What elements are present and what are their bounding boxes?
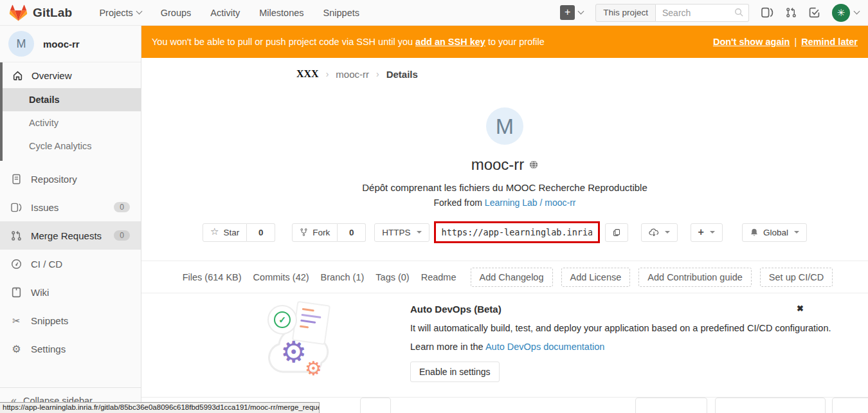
sidebar-item-repository[interactable]: Repository xyxy=(0,165,141,193)
new-menu-button[interactable]: + xyxy=(560,5,583,20)
issues-icon xyxy=(11,202,22,213)
add-dropdown[interactable]: + xyxy=(691,223,723,242)
star-icon: ☆ xyxy=(210,226,219,237)
sidebar-item-merge-requests[interactable]: Merge Requests 0 xyxy=(0,221,141,250)
nav-activity[interactable]: Activity xyxy=(210,8,240,18)
sidebar-item-issues[interactable]: Issues 0 xyxy=(0,193,141,221)
nav-groups[interactable]: Groups xyxy=(161,8,192,18)
sidebar-item-overview[interactable]: Overview xyxy=(0,62,141,88)
fork-count-button[interactable]: 0 xyxy=(338,223,366,242)
add-contribution-guide-button[interactable]: Add Contribution guide xyxy=(638,268,752,287)
banner-text-after: to your profile xyxy=(485,37,545,47)
gear-icon: ⚙ xyxy=(11,344,22,354)
bell-icon xyxy=(750,228,759,237)
main-content: XXX › mooc-rr › Details M mooc-rr Dépôt … xyxy=(141,58,868,413)
project-avatar[interactable]: M xyxy=(8,31,34,57)
fork-button-group: Fork 0 xyxy=(292,223,366,242)
ssh-warning-banner: You won't be able to pull or push projec… xyxy=(141,26,868,58)
gitlab-brand[interactable]: GitLab xyxy=(9,4,72,22)
setup-ci-cd-button[interactable]: Set up CI/CD xyxy=(760,268,833,287)
sidebar-item-details[interactable]: Details xyxy=(0,88,141,111)
forked-from-link[interactable]: Learning Lab / mooc-rr xyxy=(485,197,576,208)
star-label: Star xyxy=(224,228,240,237)
breadcrumb-group[interactable]: XXX xyxy=(296,68,319,80)
partial-button[interactable] xyxy=(635,398,707,413)
notification-level-label: Global xyxy=(763,228,788,237)
fork-button[interactable]: Fork xyxy=(292,223,338,242)
caret-down-icon xyxy=(417,231,422,234)
tab-readme[interactable]: Readme xyxy=(415,272,462,282)
notification-setting-dropdown[interactable]: Global xyxy=(742,223,807,242)
todos-icon[interactable] xyxy=(809,7,820,18)
auto-devops-text: Auto DevOps (Beta) It will automatically… xyxy=(410,300,831,397)
clone-url-input[interactable] xyxy=(436,223,598,241)
search-scope-label: This project xyxy=(595,4,656,22)
brand-name: GitLab xyxy=(33,6,72,20)
sidebar-wiki-label: Wiki xyxy=(31,287,49,298)
star-button[interactable]: ☆ Star xyxy=(203,223,247,242)
breadcrumb-page[interactable]: Details xyxy=(386,69,418,80)
remind-later-link[interactable]: Remind later xyxy=(801,37,858,47)
nav-projects[interactable]: Projects xyxy=(99,8,141,18)
forked-from-line: Forked from Learning Lab / mooc-rr xyxy=(141,197,868,208)
chevron-down-icon xyxy=(136,8,142,15)
sidebar-item-settings[interactable]: ⚙ Settings xyxy=(0,335,141,363)
project-title: mooc-rr xyxy=(471,156,525,174)
breadcrumb-project[interactable]: mooc-rr xyxy=(336,69,369,80)
merge-requests-icon[interactable] xyxy=(786,7,797,18)
fork-icon xyxy=(300,228,308,237)
add-ssh-key-link[interactable]: add an SSH key xyxy=(415,37,485,47)
nav-snippets[interactable]: Snippets xyxy=(323,8,359,18)
project-context-name[interactable]: mooc-rr xyxy=(43,39,80,50)
breadcrumb: XXX › mooc-rr › Details xyxy=(141,58,868,80)
tab-commits[interactable]: Commits (42) xyxy=(248,272,315,282)
forked-from-prefix: Forked from xyxy=(434,197,485,208)
protocol-dropdown[interactable]: HTTPS xyxy=(374,223,429,242)
gear-icon: ⚙ xyxy=(305,359,322,378)
auto-devops-docs-link[interactable]: Auto DevOps documentation xyxy=(485,342,604,352)
tab-files[interactable]: Files (614 KB) xyxy=(177,272,248,282)
nav-projects-label: Projects xyxy=(99,8,132,18)
close-icon[interactable]: ✖ xyxy=(797,304,804,313)
sidebar-item-cycle-analytics[interactable]: Cycle Analytics xyxy=(0,134,141,158)
add-license-button[interactable]: Add License xyxy=(561,268,631,287)
user-menu[interactable]: ✳ xyxy=(832,4,859,22)
banner-separator: | xyxy=(794,37,797,47)
tab-tags[interactable]: Tags (0) xyxy=(370,272,415,282)
sidebar-item-activity[interactable]: Activity xyxy=(0,111,141,134)
public-visibility-globe-icon xyxy=(529,160,538,169)
banner-text-before: You won't be able to pull or push projec… xyxy=(152,37,415,47)
plus-icon[interactable]: + xyxy=(560,5,575,20)
enable-in-settings-button[interactable]: Enable in settings xyxy=(410,362,500,382)
clipboard-copy-icon xyxy=(613,228,620,237)
partial-button[interactable] xyxy=(715,398,826,413)
sidebar-repository-label: Repository xyxy=(31,174,77,185)
tab-branch[interactable]: Branch (1) xyxy=(315,272,370,282)
sidebar-issues-label: Issues xyxy=(31,202,59,213)
gear-icon: ⚙ xyxy=(280,337,307,367)
sidebar-item-ci-cd[interactable]: CI / CD xyxy=(0,250,141,278)
project-header: M mooc-rr Dépôt comprenant les fichiers … xyxy=(141,107,868,208)
merge-requests-icon xyxy=(11,230,22,241)
browser-status-bar: https://app-learninglab.inria.fr/gitlab/… xyxy=(0,402,320,413)
dont-show-again-link[interactable]: Don't show again xyxy=(713,37,790,47)
project-context-header[interactable]: M mooc-rr xyxy=(0,26,141,62)
active-section-indicator xyxy=(0,62,3,161)
add-changelog-button[interactable]: Add Changelog xyxy=(471,268,553,287)
star-count-button[interactable]: 0 xyxy=(247,223,275,242)
sidebar-item-snippets[interactable]: ✂ Snippets xyxy=(0,306,141,335)
speech-bubble-icon: ✓ xyxy=(267,305,297,335)
copy-url-button[interactable] xyxy=(605,223,628,242)
gitlab-tanuki-logo-icon xyxy=(9,4,28,22)
sidebar-item-wiki[interactable]: Wiki xyxy=(0,278,141,306)
nav-milestones[interactable]: Milestones xyxy=(259,8,303,18)
top-navbar: GitLab Projects Groups Activity Mileston… xyxy=(0,0,868,26)
partial-button[interactable] xyxy=(360,398,391,413)
home-icon xyxy=(12,70,23,81)
download-dropdown[interactable] xyxy=(641,223,678,242)
repository-icon xyxy=(11,174,22,185)
issues-icon[interactable] xyxy=(761,7,773,18)
breadcrumb-separator: › xyxy=(326,69,329,79)
user-avatar[interactable]: ✳ xyxy=(832,4,850,22)
partial-button[interactable] xyxy=(832,398,868,413)
